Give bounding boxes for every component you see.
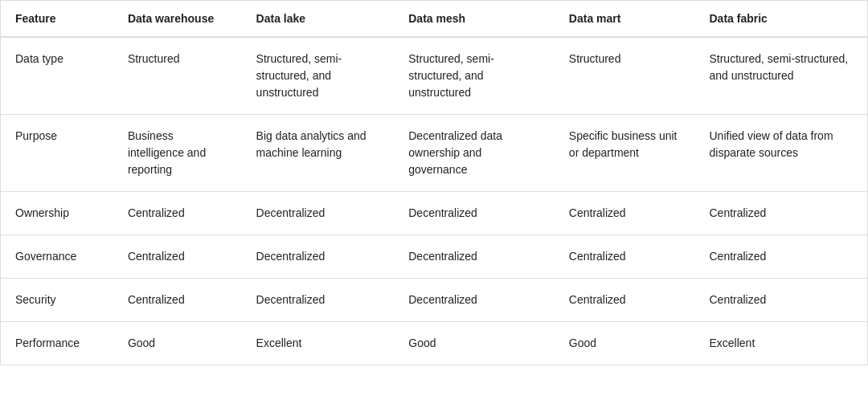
cell-fabric: Centralized bbox=[694, 192, 867, 235]
header-fabric: Data fabric bbox=[694, 1, 867, 37]
cell-feature: Data type bbox=[1, 37, 113, 115]
cell-mesh: Decentralized data ownership and governa… bbox=[394, 115, 555, 192]
cell-feature: Performance bbox=[1, 322, 113, 365]
table-row: PerformanceGoodExcellentGoodGoodExcellen… bbox=[1, 322, 867, 365]
cell-warehouse: Business intelligence and reporting bbox=[113, 115, 242, 192]
cell-lake: Excellent bbox=[242, 322, 395, 365]
table-row: GovernanceCentralizedDecentralizedDecent… bbox=[1, 235, 867, 279]
header-mesh: Data mesh bbox=[394, 1, 555, 37]
cell-mesh: Good bbox=[394, 322, 555, 365]
table-row: OwnershipCentralizedDecentralizedDecentr… bbox=[1, 192, 867, 235]
cell-mart: Centralized bbox=[555, 192, 695, 235]
cell-warehouse: Structured bbox=[113, 37, 242, 115]
cell-fabric: Centralized bbox=[694, 235, 867, 279]
header-warehouse: Data warehouse bbox=[113, 1, 242, 37]
cell-fabric: Unified view of data from disparate sour… bbox=[694, 115, 867, 192]
cell-feature: Security bbox=[1, 279, 113, 322]
table-row: PurposeBusiness intelligence and reporti… bbox=[1, 115, 867, 192]
cell-lake: Decentralized bbox=[242, 235, 395, 279]
cell-feature: Ownership bbox=[1, 192, 113, 235]
cell-fabric: Centralized bbox=[694, 279, 867, 322]
cell-lake: Decentralized bbox=[242, 279, 395, 322]
cell-warehouse: Centralized bbox=[113, 192, 242, 235]
cell-mart: Specific business unit or department bbox=[555, 115, 695, 192]
table-header-row: Feature Data warehouse Data lake Data me… bbox=[1, 1, 867, 37]
cell-warehouse: Good bbox=[113, 322, 242, 365]
header-feature: Feature bbox=[1, 1, 113, 37]
cell-warehouse: Centralized bbox=[113, 279, 242, 322]
cell-mesh: Decentralized bbox=[394, 235, 555, 279]
cell-mart: Centralized bbox=[555, 235, 695, 279]
cell-feature: Governance bbox=[1, 235, 113, 279]
cell-mart: Structured bbox=[555, 37, 695, 115]
header-mart: Data mart bbox=[555, 1, 695, 37]
cell-mesh: Decentralized bbox=[394, 192, 555, 235]
header-lake: Data lake bbox=[242, 1, 395, 37]
cell-mesh: Decentralized bbox=[394, 279, 555, 322]
cell-feature: Purpose bbox=[1, 115, 113, 192]
cell-fabric: Excellent bbox=[694, 322, 867, 365]
cell-lake: Structured, semi-structured, and unstruc… bbox=[242, 37, 395, 115]
cell-mart: Centralized bbox=[555, 279, 695, 322]
cell-mart: Good bbox=[555, 322, 695, 365]
cell-lake: Decentralized bbox=[242, 192, 395, 235]
cell-warehouse: Centralized bbox=[113, 235, 242, 279]
comparison-table: Feature Data warehouse Data lake Data me… bbox=[0, 0, 868, 365]
cell-fabric: Structured, semi-structured, and unstruc… bbox=[694, 37, 867, 115]
table-row: SecurityCentralizedDecentralizedDecentra… bbox=[1, 279, 867, 322]
table-row: Data typeStructuredStructured, semi-stru… bbox=[1, 37, 867, 115]
cell-mesh: Structured, semi-structured, and unstruc… bbox=[394, 37, 555, 115]
cell-lake: Big data analytics and machine learning bbox=[242, 115, 395, 192]
